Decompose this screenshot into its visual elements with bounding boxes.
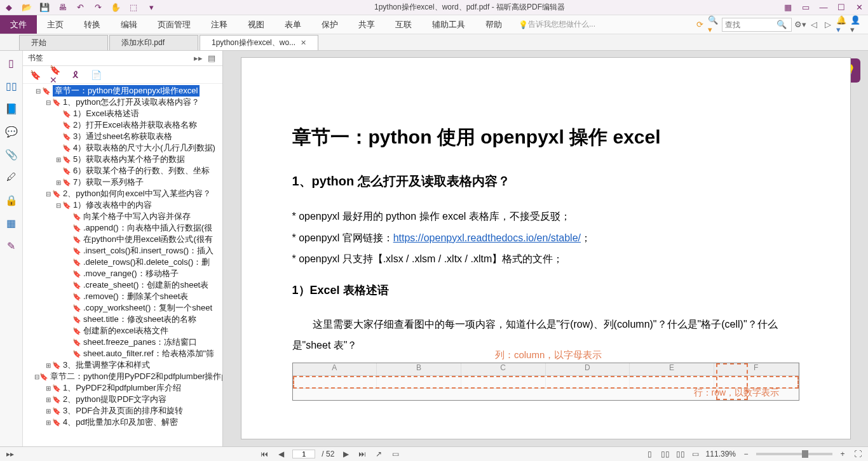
jump-icon[interactable]: ↗ [374, 449, 384, 459]
expand-icon[interactable]: ⊞ [44, 385, 52, 392]
view-continuous-icon[interactable]: ▯▯ [660, 449, 670, 459]
bookmark-item[interactable]: 🔖1）Excel表格述语 [23, 108, 222, 119]
bookmark-item[interactable]: 🔖.move_range()：移动格子 [23, 268, 222, 279]
bookmark-item[interactable]: 🔖.remove()：删除某个sheet表 [23, 291, 222, 302]
expand-icon[interactable]: ⊞ [44, 419, 52, 426]
bookmark-item[interactable]: 🔖.create_sheet()：创建新的sheet表 [23, 279, 222, 291]
bookmark-item[interactable]: 🔖创建新的excel表格文件 [23, 325, 222, 337]
security-lock-icon[interactable]: 🔒 [4, 193, 18, 207]
bookmark-panel-icon[interactable]: ▯ [4, 56, 18, 70]
bookmark-item[interactable]: 🔖sheet.auto_filter.ref：给表格添加"筛 [23, 348, 222, 359]
ribbon-tab-accessibility[interactable]: 辅助工具 [422, 15, 475, 34]
delete-bookmark-icon[interactable]: 🔖✕ [50, 69, 61, 81]
fullscreen-icon[interactable]: ⛶ [853, 449, 863, 459]
print-icon[interactable]: 🖶 [57, 2, 68, 13]
nav-prev-icon[interactable]: ◁ [808, 19, 820, 30]
expand-icon[interactable]: ⊞ [44, 362, 52, 369]
folder-search-icon[interactable]: 🔍▾ [708, 19, 719, 30]
ribbon-tab-connect[interactable]: 互联 [385, 15, 422, 34]
undo-icon[interactable]: ↶ [74, 2, 86, 13]
bookmark-item[interactable]: ⊟🔖章节二：python使用PyPDF2和pdfplumber操作pd [23, 371, 222, 382]
ribbon-tab-form[interactable]: 表单 [275, 15, 311, 34]
close-icon[interactable]: ✕ [301, 39, 306, 47]
panel-menu-icon[interactable]: ▤ [206, 53, 217, 64]
fields-icon[interactable]: ▦ [4, 216, 18, 230]
user-icon[interactable]: 👤▾ [850, 19, 862, 30]
prev-page-icon[interactable]: ◀ [276, 449, 286, 459]
search-icon[interactable]: 🔍 [776, 19, 787, 30]
bookmarks-tree[interactable]: ⊟🔖章节一：python使用openpyxl操作excel⊟🔖1、python怎… [23, 84, 222, 446]
layers-icon[interactable]: 📘 [4, 102, 18, 116]
expand-icon[interactable]: ⊞ [44, 396, 52, 403]
ribbon-tab-protect[interactable]: 保护 [311, 15, 348, 34]
collapse-icon[interactable]: ▸▸ [193, 53, 204, 64]
minimize-icon[interactable]: — [818, 2, 829, 13]
file-menu[interactable]: 文件 [0, 15, 37, 34]
ribbon-tab-pages[interactable]: 页面管理 [147, 15, 201, 34]
minimize-ribbon-icon[interactable]: ▭ [800, 2, 811, 13]
save-icon[interactable]: 💾 [39, 2, 50, 13]
doc-tab-python[interactable]: 1python操作excel、wo...✕ [200, 35, 318, 50]
bookmark-item[interactable]: ⊟🔖1、python怎么打开及读取表格内容？ [23, 97, 222, 108]
expand-panel-icon[interactable]: ▸▸ [5, 449, 15, 459]
bookmark-item[interactable]: 🔖4）获取表格的尺寸大小(几行几列数据) [23, 142, 222, 154]
page-number-input[interactable] [292, 450, 315, 458]
open-icon[interactable]: 📂 [21, 2, 32, 13]
ribbon-tab-help[interactable]: 帮助 [475, 15, 512, 34]
zoom-in-icon[interactable]: + [837, 449, 848, 459]
ribbon-tab-convert[interactable]: 转换 [74, 15, 111, 34]
bookmark-item[interactable]: ⊟🔖1）修改表格中的内容 [23, 199, 222, 211]
bookmark-item[interactable]: 🔖3）通过sheet名称获取表格 [23, 131, 222, 142]
bookmark-item[interactable]: ⊞🔖3、PDF合并及页面的排序和旋转 [23, 405, 222, 417]
openpyxl-link[interactable]: https://openpyxl.readthedocs.io/en/stabl… [393, 232, 581, 243]
ribbon-tab-edit[interactable]: 编辑 [111, 15, 147, 34]
view-single-icon[interactable]: ▯ [645, 449, 655, 459]
maximize-icon[interactable]: ☐ [836, 2, 847, 13]
signatures-icon[interactable]: 🖊 [4, 170, 18, 184]
layout-icon[interactable]: ▭ [390, 449, 400, 459]
doc-tab-start[interactable]: 开始 [19, 35, 108, 50]
nav-next-icon[interactable]: ▷ [822, 19, 834, 30]
ribbon-tab-share[interactable]: 共享 [348, 15, 385, 34]
bookmark-item[interactable]: ⊞🔖2、python提取PDF文字内容 [23, 394, 222, 405]
bookmark-item[interactable]: ⊞🔖5）获取表格内某个格子的数据 [23, 154, 222, 165]
add-bookmark-icon[interactable]: 🔖 [29, 69, 41, 81]
bell-icon[interactable]: 🔔▾ [836, 19, 848, 30]
settings-gear-icon[interactable]: ⚙▾ [794, 19, 806, 30]
bookmark-item[interactable]: 🔖2）打开Excel表格并获取表格名称 [23, 119, 222, 131]
ribbon-tab-view[interactable]: 视图 [238, 15, 275, 34]
redo-icon[interactable]: ↷ [92, 2, 104, 13]
bookmark-item[interactable]: ⊟🔖章节一：python使用openpyxl操作excel [23, 85, 222, 97]
view-facing-icon[interactable]: ▯▯ [675, 449, 686, 459]
ribbon-tab-home[interactable]: 主页 [37, 15, 74, 34]
bookmark-item[interactable]: ⊞🔖4、pdf批量加水印及加密、解密 [23, 417, 222, 428]
comments-icon[interactable]: 💬 [4, 124, 18, 138]
page-canvas[interactable]: 💡 章节一：python 使用 openpyxl 操作 excel 1、pyth… [223, 51, 868, 446]
bookmark-item[interactable]: 🔖.delete_rows()和.delete_cols()：删 [23, 257, 222, 268]
zoom-slider[interactable] [756, 453, 832, 455]
expand-icon[interactable]: ⊞ [55, 156, 62, 163]
search-input[interactable] [725, 20, 776, 29]
expand-icon[interactable]: ⊟ [44, 99, 52, 106]
drawing-icon[interactable]: ✎ [4, 239, 18, 253]
expand-icon[interactable]: ⊞ [44, 408, 52, 415]
expand-icon[interactable]: ⊞ [55, 179, 62, 186]
next-page-icon[interactable]: ▶ [341, 449, 351, 459]
first-page-icon[interactable]: ⏮ [259, 449, 269, 459]
hand-icon[interactable]: ✋ [110, 2, 121, 13]
bookmark-item[interactable]: 🔖sheet.title：修改sheet表的名称 [23, 314, 222, 325]
more-dropdown-icon[interactable]: ▾ [146, 2, 157, 13]
expand-icon[interactable]: ⊟ [55, 202, 62, 209]
view-book-icon[interactable]: ▭ [691, 449, 701, 459]
qr-icon[interactable]: ▦ [782, 2, 794, 13]
expand-icon[interactable]: ⊟ [34, 88, 42, 95]
doc-tab-watermark[interactable]: 添加水印.pdf [109, 35, 198, 50]
zoom-out-icon[interactable]: − [741, 449, 751, 459]
bookmark-item[interactable]: 🔖6）获取某个格子的行数、列数、坐标 [23, 165, 222, 177]
ribbon-star-icon[interactable]: 🎗 [70, 69, 81, 81]
export-bookmark-icon[interactable]: 📄 [90, 69, 102, 81]
bookmark-item[interactable]: 🔖向某个格子中写入内容并保存 [23, 211, 222, 222]
tell-me[interactable]: 💡 告诉我您想做什么... [519, 15, 595, 34]
last-page-icon[interactable]: ⏭ [357, 449, 367, 459]
bookmark-item[interactable]: ⊞🔖3、批量调整字体和样式 [23, 359, 222, 371]
